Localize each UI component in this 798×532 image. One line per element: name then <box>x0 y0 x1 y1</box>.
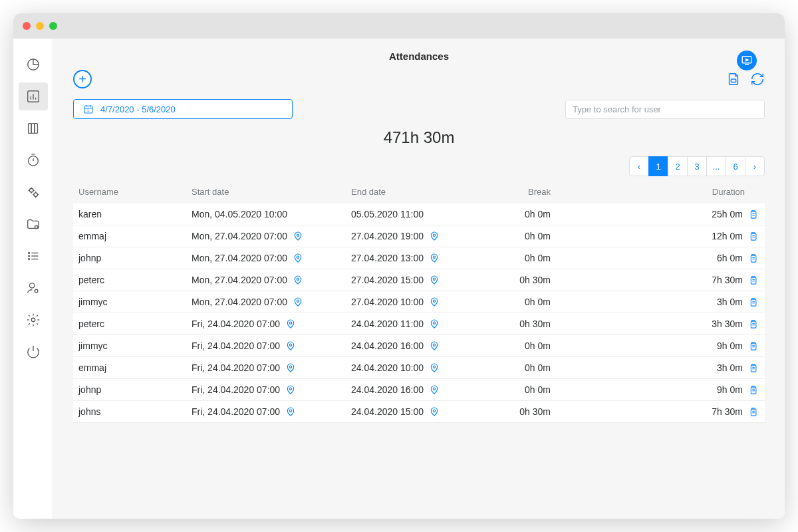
svg-rect-77 <box>751 409 756 416</box>
svg-rect-6 <box>34 124 37 134</box>
table-row[interactable]: jimmycFri, 24.04.2020 07:0024.04.2020 16… <box>73 335 765 357</box>
clipboard-icon[interactable] <box>748 385 758 395</box>
sidebar-item-folders[interactable] <box>19 210 48 238</box>
table-row[interactable]: emmajFri, 24.04.2020 07:0024.04.2020 10:… <box>73 357 765 379</box>
table-row[interactable]: karenMon, 04.05.2020 10:0005.05.2020 11:… <box>73 203 765 225</box>
cell-username: emmaj <box>78 231 192 241</box>
sidebar-item-settings[interactable] <box>19 306 48 334</box>
location-icon[interactable] <box>285 406 296 417</box>
location-icon[interactable] <box>293 231 303 241</box>
titlebar <box>13 13 785 39</box>
table-row[interactable]: johnpFri, 24.04.2020 07:0024.04.2020 16:… <box>73 379 765 401</box>
col-username[interactable]: Username <box>78 187 192 197</box>
location-icon[interactable] <box>429 319 440 329</box>
location-icon[interactable] <box>285 362 296 373</box>
sidebar-item-timer[interactable] <box>19 146 48 174</box>
table-row[interactable]: johnsFri, 24.04.2020 07:0024.04.2020 15:… <box>73 401 765 423</box>
clipboard-icon[interactable] <box>748 407 758 417</box>
cell-username: karen <box>78 209 192 219</box>
page-1[interactable]: 1 <box>648 156 668 176</box>
clipboard-icon[interactable] <box>748 363 758 373</box>
clipboard-icon[interactable] <box>748 253 758 263</box>
col-end[interactable]: End date <box>351 187 484 197</box>
svg-rect-37 <box>751 233 756 240</box>
sidebar-item-archive[interactable] <box>19 114 48 142</box>
svg-point-70 <box>289 388 291 390</box>
location-icon[interactable] <box>285 319 296 329</box>
svg-rect-62 <box>751 343 756 350</box>
location-icon[interactable] <box>293 297 303 307</box>
clipboard-icon[interactable] <box>748 341 758 351</box>
minimize-window-dot[interactable] <box>36 22 44 30</box>
cell-end: 24.04.2020 15:00 <box>351 406 484 417</box>
location-icon[interactable] <box>429 275 440 285</box>
table-row[interactable]: petercMon, 27.04.2020 07:0027.04.2020 15… <box>73 269 765 291</box>
export-file-icon <box>726 72 741 86</box>
help-video-button[interactable] <box>737 51 757 70</box>
location-icon[interactable] <box>285 340 296 351</box>
sidebar-item-reports[interactable] <box>19 82 48 110</box>
location-icon[interactable] <box>429 231 440 241</box>
close-window-dot[interactable] <box>23 22 31 30</box>
svg-rect-52 <box>751 299 756 306</box>
page-3[interactable]: 3 <box>687 156 707 176</box>
date-range-picker[interactable]: 1 4/7/2020 - 5/6/2020 <box>73 99 293 119</box>
cell-end: 24.04.2020 10:00 <box>351 362 484 373</box>
cell-username: jimmyc <box>78 340 192 351</box>
page-6[interactable]: 6 <box>726 156 745 176</box>
clipboard-icon[interactable] <box>748 275 758 285</box>
table-row[interactable]: jimmycMon, 27.04.2020 07:0027.04.2020 10… <box>73 291 765 313</box>
app-window: Attendances + 1 <box>13 13 785 519</box>
cell-break: 0h 30m <box>484 319 571 329</box>
cell-end: 27.04.2020 15:00 <box>351 275 484 285</box>
location-icon[interactable] <box>285 384 296 395</box>
export-button[interactable] <box>726 72 741 86</box>
location-icon[interactable] <box>429 384 440 395</box>
table-row[interactable]: johnpMon, 27.04.2020 07:0027.04.2020 13:… <box>73 247 765 269</box>
clipboard-icon[interactable] <box>748 297 758 307</box>
user-search-input[interactable] <box>565 100 765 119</box>
location-icon[interactable] <box>293 253 303 263</box>
table-row[interactable]: petercFri, 24.04.2020 07:0024.04.2020 11… <box>73 313 765 335</box>
page-2[interactable]: 2 <box>668 156 688 176</box>
location-icon[interactable] <box>429 253 440 263</box>
zoom-window-dot[interactable] <box>49 22 57 30</box>
cell-break: 0h 0m <box>484 209 571 219</box>
location-icon[interactable] <box>429 362 440 373</box>
sidebar-item-users[interactable] <box>19 274 48 302</box>
sidebar-item-automation[interactable] <box>19 178 48 206</box>
location-icon[interactable] <box>293 275 303 285</box>
svg-point-13 <box>28 253 29 254</box>
folder-settings-icon <box>26 217 41 231</box>
svg-point-50 <box>297 300 299 302</box>
location-icon[interactable] <box>429 406 440 417</box>
sidebar-item-list[interactable] <box>19 242 48 270</box>
col-break[interactable]: Break <box>484 187 571 197</box>
sidebar-item-dashboard[interactable] <box>19 51 48 78</box>
total-duration: 471h 30m <box>73 128 765 147</box>
col-start[interactable]: Start date <box>192 187 351 197</box>
page-prev[interactable]: ‹ <box>629 156 649 176</box>
page-title: Attendances <box>73 51 765 62</box>
svg-rect-26 <box>731 79 735 82</box>
table-row[interactable]: emmajMon, 27.04.2020 07:0027.04.2020 19:… <box>73 225 765 247</box>
col-duration[interactable]: Duration <box>571 187 759 197</box>
cell-break: 0h 30m <box>484 275 571 285</box>
cell-username: johnp <box>78 253 192 263</box>
list-icon <box>26 249 41 263</box>
cell-end: 27.04.2020 13:00 <box>351 253 484 263</box>
cell-break: 0h 0m <box>484 231 571 241</box>
refresh-button[interactable] <box>750 72 765 86</box>
cell-start: Mon, 27.04.2020 07:00 <box>192 297 351 307</box>
location-icon[interactable] <box>429 297 440 307</box>
location-icon[interactable] <box>429 340 440 351</box>
add-attendance-button[interactable]: + <box>73 70 92 88</box>
clipboard-icon[interactable] <box>748 231 758 241</box>
page-next[interactable]: › <box>745 156 765 176</box>
cell-end: 24.04.2020 11:00 <box>351 319 484 329</box>
svg-point-21 <box>31 318 35 322</box>
clipboard-icon[interactable] <box>748 319 758 329</box>
sidebar-item-power[interactable] <box>19 338 48 366</box>
clipboard-icon[interactable] <box>748 209 758 219</box>
cell-start: Fri, 24.04.2020 07:00 <box>192 362 351 373</box>
